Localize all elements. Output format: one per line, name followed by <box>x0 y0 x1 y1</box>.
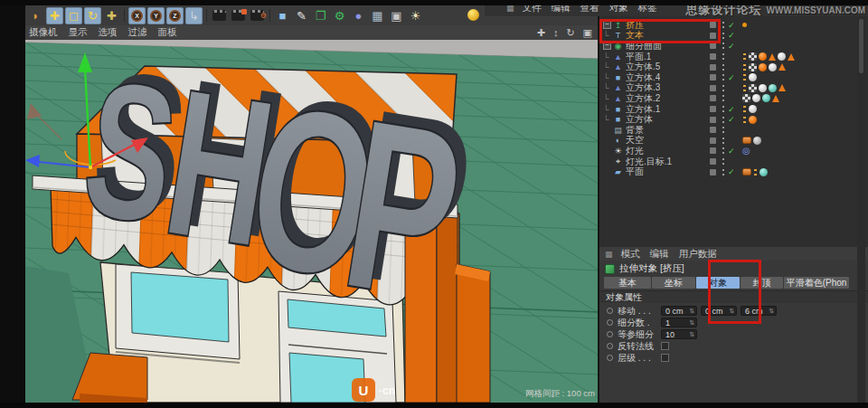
tag-rect-orange[interactable] <box>742 168 751 176</box>
visibility-dots[interactable] <box>722 157 725 166</box>
visibility-dots[interactable] <box>722 147 725 155</box>
coordinate-system-icon[interactable]: ↳ <box>185 7 203 24</box>
am-menu-item-2[interactable]: 编辑 <box>650 248 669 261</box>
tag-dots[interactable] <box>753 168 758 176</box>
tag-tri[interactable] <box>772 95 779 102</box>
tag-ball-white[interactable] <box>749 105 757 113</box>
object-row-平面[interactable]: ▰平面✓ <box>599 166 868 177</box>
tag-target[interactable]: ◎ <box>742 147 750 155</box>
tag-ball-teal[interactable] <box>769 84 777 92</box>
visibility-dots[interactable] <box>722 32 725 40</box>
visibility-dots[interactable] <box>722 126 725 134</box>
visibility-dots[interactable] <box>722 116 725 124</box>
visibility-dots[interactable] <box>722 105 725 113</box>
rotate-view-icon[interactable]: ↻ <box>566 27 574 39</box>
animation-key-dot[interactable] <box>607 331 613 337</box>
field-spinner-icon[interactable]: ⇅ <box>689 331 694 338</box>
tag-tri[interactable] <box>769 53 776 61</box>
floor-objects-icon[interactable]: ▦ <box>369 7 386 24</box>
scrollbar-thumb[interactable] <box>859 19 863 73</box>
render-region-icon[interactable] <box>230 7 247 24</box>
layer-toggle[interactable] <box>710 53 716 60</box>
tag-ball-white[interactable] <box>749 73 757 81</box>
tag-checker[interactable] <box>749 63 757 71</box>
attr-field[interactable]: 0 cm⇅ <box>661 306 697 316</box>
tag-dots[interactable] <box>742 116 747 124</box>
tag-ball-gray[interactable] <box>753 137 761 145</box>
layer-toggle[interactable] <box>710 127 716 133</box>
tag-dots[interactable] <box>742 73 747 81</box>
am-menu-item-3[interactable]: 用户数据 <box>679 248 717 261</box>
tag-ball-white[interactable] <box>769 63 777 71</box>
viewport-menu-item-3[interactable]: 选项 <box>99 26 118 39</box>
layer-toggle[interactable] <box>710 138 716 144</box>
workplane-icon[interactable] <box>464 5 483 24</box>
pan-view-icon[interactable]: ✚ <box>537 27 545 39</box>
animation-key-dot[interactable] <box>607 343 613 349</box>
attr-checkbox[interactable] <box>661 342 669 350</box>
tag-ball-teal[interactable] <box>762 94 770 102</box>
layer-toggle[interactable] <box>710 106 716 112</box>
tag-dots[interactable] <box>742 52 747 61</box>
panel-scrollbar[interactable] <box>857 16 865 403</box>
tag-ball-orange[interactable] <box>759 63 767 71</box>
enabled-check[interactable]: ✓ <box>728 21 737 30</box>
scale-tool-icon[interactable]: ◻ <box>65 7 82 24</box>
last-used-tool-icon[interactable]: ✚ <box>103 7 120 24</box>
layer-toggle[interactable] <box>710 169 716 176</box>
viewport-menu-item-4[interactable]: 过滤 <box>128 26 147 39</box>
rotate-tool-icon[interactable]: ↻ <box>84 7 101 24</box>
tag-tri[interactable] <box>778 84 786 91</box>
tag-checker[interactable] <box>742 94 750 102</box>
visibility-dots[interactable] <box>722 63 725 71</box>
tag-rect-orange[interactable] <box>742 137 751 144</box>
layer-toggle[interactable] <box>710 158 716 165</box>
primitive-cube-icon[interactable]: ■ <box>274 7 291 24</box>
enabled-check[interactable]: ✓ <box>728 31 737 40</box>
generators-icon[interactable]: ❐ <box>312 7 329 24</box>
layer-toggle[interactable] <box>710 74 716 81</box>
enabled-check[interactable]: ✓ <box>728 73 737 82</box>
visibility-dots[interactable] <box>722 73 725 81</box>
attr-field[interactable]: 1⇅ <box>661 318 697 327</box>
spline-pen-icon[interactable]: ✎ <box>293 7 310 24</box>
layer-toggle[interactable] <box>710 117 716 123</box>
camera-objects-icon[interactable]: ▣ <box>388 7 405 24</box>
tag-ball-white[interactable] <box>778 52 786 61</box>
tag-ball-white[interactable] <box>759 84 767 92</box>
lock-x-axis-icon[interactable]: X <box>128 7 146 24</box>
render-settings-icon[interactable]: ⚙ <box>249 7 266 24</box>
layer-toggle[interactable] <box>710 147 716 154</box>
lock-z-axis-icon[interactable]: Z <box>166 7 184 24</box>
move-tool-icon[interactable]: ✚ <box>46 7 63 24</box>
undo-history-icon[interactable]: ◗ <box>27 7 44 24</box>
layer-toggle[interactable] <box>710 43 716 49</box>
panel-grid-icon[interactable]: ▦ <box>605 250 613 259</box>
visibility-dots[interactable] <box>722 42 725 50</box>
visibility-dots[interactable] <box>722 168 725 176</box>
tag-tri[interactable] <box>778 63 786 71</box>
enabled-check[interactable]: ✓ <box>728 147 737 156</box>
am-menu-item-1[interactable]: 模式 <box>621 248 640 261</box>
viewport-menu-item-2[interactable]: 显示 <box>69 26 88 39</box>
field-spinner-icon[interactable]: ⇅ <box>689 308 694 315</box>
field-spinner-icon[interactable]: ⇅ <box>689 319 694 327</box>
attr-field[interactable]: 10⇅ <box>661 329 697 339</box>
tag-ball-teal[interactable] <box>760 168 768 176</box>
lock-y-axis-icon[interactable]: Y <box>147 7 165 24</box>
tag-dots[interactable] <box>742 63 747 71</box>
tag-ball-orange[interactable] <box>759 52 767 61</box>
tab-坐标[interactable]: 坐标 <box>652 277 695 289</box>
toggle-view-icon[interactable]: ▣ <box>583 27 592 39</box>
tag-checker[interactable] <box>749 84 757 92</box>
tag-dot-orange[interactable] <box>742 23 747 27</box>
render-view-icon[interactable] <box>211 7 228 24</box>
attr-checkbox[interactable] <box>661 354 669 362</box>
deformers-icon[interactable]: ⚙ <box>331 7 348 24</box>
layer-toggle[interactable] <box>710 85 716 91</box>
enabled-check[interactable]: ✓ <box>728 115 737 124</box>
visibility-dots[interactable] <box>722 94 725 102</box>
tag-checker[interactable] <box>749 52 757 61</box>
visibility-dots[interactable] <box>722 84 725 92</box>
tag-ball-orange[interactable] <box>749 116 757 124</box>
